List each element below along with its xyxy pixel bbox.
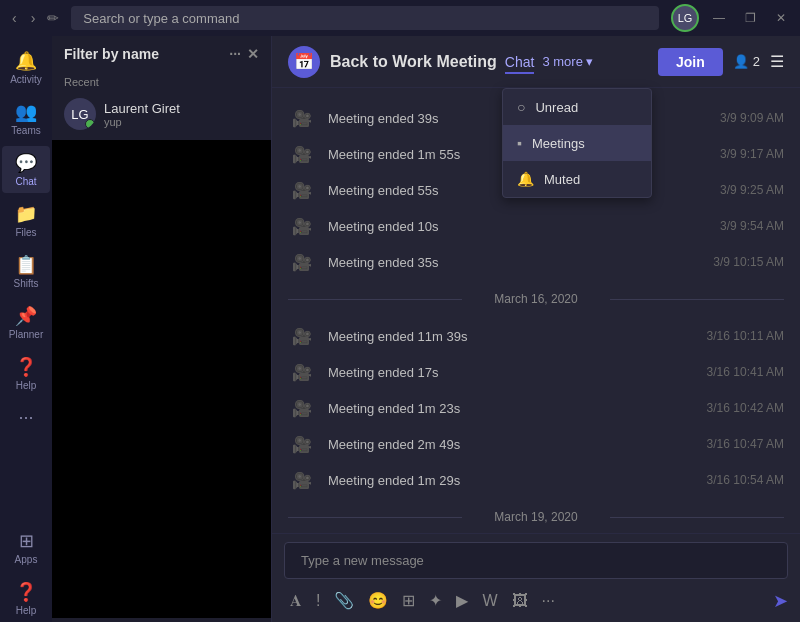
message-row: 🎥 Meeting ended 35s 3/9 10:15 AM <box>288 244 784 280</box>
message-toolbar: 𝐀 ! 📎 😊 ⊞ ✦ ▶ W 🖼 ··· ➤ <box>272 583 800 622</box>
sidebar-item-chat[interactable]: 💬 Chat <box>2 146 50 193</box>
files-icon: 📁 <box>15 203 37 225</box>
sidebar-item-help2-label: Help <box>16 605 37 616</box>
more-tabs-button[interactable]: 3 more ▾ <box>542 54 592 69</box>
message-row: 🎥 Meeting ended 2m 49s 3/16 10:47 AM <box>288 426 784 462</box>
dropdown-label-meetings: Meetings <box>532 136 585 151</box>
dropdown-item-muted[interactable]: 🔔 Muted <box>503 161 651 197</box>
compose-icon[interactable]: ✏ <box>47 10 59 26</box>
panel-more-button[interactable]: ··· <box>229 46 241 62</box>
main-layout: 🔔 Activity 👥 Teams 💬 Chat 📁 Files 📋 Shif… <box>0 36 800 622</box>
message-row: 🎥 Meeting ended 17s 3/16 10:41 AM <box>288 354 784 390</box>
emoji-button[interactable]: 😊 <box>362 587 394 614</box>
dropdown-item-meetings[interactable]: ▪ Meetings <box>503 125 651 161</box>
contact-avatar: LG <box>64 98 96 130</box>
thumbnail-area <box>52 140 271 618</box>
title-bar-right: LG — ❐ ✕ <box>671 4 792 32</box>
sidebar-item-activity[interactable]: 🔔 Activity <box>2 44 50 91</box>
video-call-icon: 🎥 <box>288 466 316 494</box>
apps-icon: ⊞ <box>19 530 34 552</box>
overflow-menu-icon[interactable]: ☰ <box>770 52 784 71</box>
meetings-icon: ▪ <box>517 135 522 151</box>
send-button[interactable]: ➤ <box>773 590 788 612</box>
date-divider-march19: March 19, 2020 <box>288 510 784 524</box>
sidebar-item-help-label: Help <box>16 380 37 391</box>
video-call-icon: 🎥 <box>288 176 316 204</box>
image-button[interactable]: 🖼 <box>506 588 534 614</box>
message-text: Meeting ended 35s <box>328 255 701 270</box>
participants-button[interactable]: 👤 2 <box>733 54 760 69</box>
sidebar-item-planner[interactable]: 📌 Planner <box>2 299 50 346</box>
join-button[interactable]: Join <box>658 48 723 76</box>
format-text-button[interactable]: 𝐀 <box>284 588 308 614</box>
sidebar-item-help[interactable]: ❓ Help <box>2 350 50 397</box>
unread-icon: ○ <box>517 99 525 115</box>
sidebar-item-teams-label: Teams <box>11 125 40 136</box>
apps-tool-button[interactable]: ⊞ <box>396 587 421 614</box>
video-call-icon: 🎥 <box>288 104 316 132</box>
input-area: Type a new message 𝐀 ! 📎 😊 ⊞ ✦ ▶ W 🖼 ···… <box>272 533 800 622</box>
sidebar-item-apps-label: Apps <box>15 554 38 565</box>
user-avatar[interactable]: LG <box>671 4 699 32</box>
forward-button[interactable]: › <box>27 8 40 28</box>
sidebar-item-more[interactable]: ··· <box>2 401 50 434</box>
dropdown-label-muted: Muted <box>544 172 580 187</box>
message-input-placeholder: Type a new message <box>301 553 424 568</box>
message-time: 3/16 10:47 AM <box>707 437 784 451</box>
search-placeholder: Search or type a command <box>83 11 239 26</box>
chevron-down-icon: ▾ <box>586 54 593 69</box>
chat-tab[interactable]: Chat <box>505 54 535 70</box>
contact-item[interactable]: LG Laurent Giret yup <box>52 92 271 136</box>
shifts-icon: 📋 <box>15 254 37 276</box>
header-right: Join 👤 2 ☰ <box>658 48 784 76</box>
video-call-icon: 🎥 <box>288 212 316 240</box>
chat-icon: 💬 <box>15 152 37 174</box>
message-time: 3/9 9:09 AM <box>720 111 784 125</box>
message-time: 3/9 9:17 AM <box>720 147 784 161</box>
video-call-icon: 🎥 <box>288 430 316 458</box>
schedule-button[interactable]: ▶ <box>450 587 474 614</box>
back-button[interactable]: ‹ <box>8 8 21 28</box>
video-call-icon: 🎥 <box>288 322 316 350</box>
message-time: 3/9 9:25 AM <box>720 183 784 197</box>
message-row: 🎥 Meeting ended 11m 39s 3/16 10:11 AM <box>288 318 784 354</box>
sticker-button[interactable]: ✦ <box>423 587 448 614</box>
dropdown-item-unread[interactable]: ○ Unread <box>503 89 651 125</box>
sidebar-item-files-label: Files <box>15 227 36 238</box>
maximize-button[interactable]: ❐ <box>739 9 762 27</box>
activity-icon: 🔔 <box>15 50 37 72</box>
dropdown-label-unread: Unread <box>535 100 578 115</box>
search-bar[interactable]: Search or type a command <box>71 6 659 30</box>
message-row: 🎥 Meeting ended 1m 23s 3/16 10:42 AM <box>288 390 784 426</box>
more-tabs-label: 3 more <box>542 54 582 69</box>
message-time: 3/9 10:15 AM <box>713 255 784 269</box>
panel-close-button[interactable]: ✕ <box>247 46 259 62</box>
sidebar-item-help2[interactable]: ❓ Help <box>2 575 50 622</box>
sidebar-item-apps[interactable]: ⊞ Apps <box>2 524 50 571</box>
participants-count: 2 <box>753 54 760 69</box>
sidebar-item-files[interactable]: 📁 Files <box>2 197 50 244</box>
sidebar-item-teams[interactable]: 👥 Teams <box>2 95 50 142</box>
video-call-icon: 🎥 <box>288 394 316 422</box>
close-button[interactable]: ✕ <box>770 9 792 27</box>
sidebar-item-chat-label: Chat <box>15 176 36 187</box>
message-input[interactable]: Type a new message <box>284 542 788 579</box>
minimize-button[interactable]: — <box>707 9 731 27</box>
contact-status: yup <box>104 116 180 128</box>
message-text: Meeting ended 1m 29s <box>328 473 695 488</box>
message-text: Meeting ended 17s <box>328 365 695 380</box>
sidebar-item-shifts[interactable]: 📋 Shifts <box>2 248 50 295</box>
main-content: 📅 Back to Work Meeting Chat 3 more ▾ Joi… <box>272 36 800 622</box>
message-time: 3/16 10:42 AM <box>707 401 784 415</box>
important-button[interactable]: ! <box>310 588 326 614</box>
whiteboard-button[interactable]: W <box>476 588 503 614</box>
teams-icon: 👥 <box>15 101 37 123</box>
message-row: 🎥 Meeting ended 10s 3/9 9:54 AM <box>288 208 784 244</box>
message-text: Meeting ended 11m 39s <box>328 329 695 344</box>
more-tools-button[interactable]: ··· <box>536 588 561 614</box>
message-text: Meeting ended 10s <box>328 219 708 234</box>
date-divider-march16: March 16, 2020 <box>288 292 784 306</box>
attach-button[interactable]: 📎 <box>328 587 360 614</box>
nav-buttons: ‹ › <box>8 8 39 28</box>
video-call-icon: 🎥 <box>288 140 316 168</box>
